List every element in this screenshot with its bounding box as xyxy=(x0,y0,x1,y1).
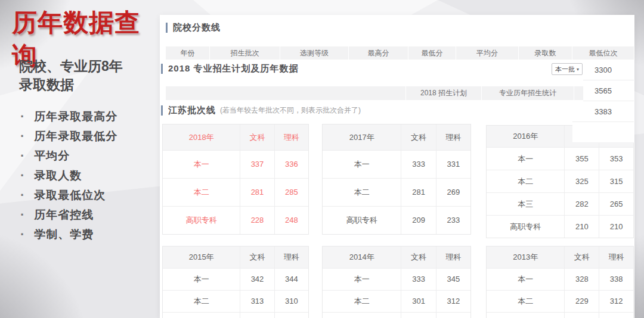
like-score: 269 xyxy=(436,179,470,206)
scoreline-column-header: 招生批次 xyxy=(210,46,280,60)
plan-section-header: 2018 专业招生计划及历年数据 xyxy=(161,63,299,74)
year-table-row: 本一355353 xyxy=(487,147,633,170)
batchline-title: 江苏批次线 xyxy=(168,105,216,116)
year-table-header: 2017年文科理科 xyxy=(323,124,470,150)
batchline-card: 江苏批次线 (若当年较去年批次不同，则表示批次合并了) 2018年文科理科本一3… xyxy=(160,101,634,318)
wenke-score xyxy=(401,313,435,318)
year-table-row xyxy=(487,312,633,318)
subject-column-header: 文科 xyxy=(240,124,274,150)
like-score: 248 xyxy=(274,207,308,234)
year-table-header: 2015年文科理科 xyxy=(163,247,308,268)
group-header-plan: 2018 招生计划 xyxy=(405,86,481,100)
scoreline-column-header: 录取数 xyxy=(519,46,572,60)
section-accent-bar xyxy=(161,105,163,116)
year-table-row xyxy=(163,312,308,318)
year-table-row: 本一333331 xyxy=(323,150,470,178)
scoreline-column-header: 最高分 xyxy=(349,46,408,60)
batch-select[interactable]: 本一批 ▾ xyxy=(552,63,583,75)
sidebar-bullet-label: 学制、学费 xyxy=(34,227,94,242)
subject-column-header: 理科 xyxy=(274,247,308,268)
year-table-row: 本二281269 xyxy=(323,178,470,206)
batchline-section-header: 江苏批次线 (若当年较去年批次不同，则表示批次合并了) xyxy=(161,105,361,116)
year-table-2018年: 2018年文科理科本一337336本二281285高职专科228248 xyxy=(162,124,309,235)
year-table-row: 本一342344 xyxy=(163,268,308,290)
scoreline-title: 院校分数线 xyxy=(173,22,221,33)
bullet-dot-icon: · xyxy=(20,130,24,142)
like-score: 312 xyxy=(599,291,633,312)
sidebar-bullet-label: 录取人数 xyxy=(34,168,82,183)
subject-column-header: 理科 xyxy=(599,247,633,268)
wenke-score xyxy=(564,313,599,318)
year-table-header: 2013年文科理科 xyxy=(487,247,633,268)
wenke-score: 313 xyxy=(240,291,274,312)
main-panel: 院校分数线 年份招生批次选测等级最高分最低分平均分录取数最低位次 3300356… xyxy=(160,15,634,318)
batch-label: 高职专科 xyxy=(487,216,564,238)
batch-label: 本一 xyxy=(163,151,240,178)
bullet-dot-icon: · xyxy=(20,150,24,162)
group-header-spacer xyxy=(574,86,583,100)
wenke-score: 281 xyxy=(401,179,435,206)
year-table-row: 本二229312 xyxy=(487,290,633,312)
bullet-dot-icon: · xyxy=(20,170,24,182)
batch-label: 本一 xyxy=(323,269,401,290)
sidebar-subtitle: 院校、专业历8年 录取数据 xyxy=(19,57,123,94)
sidebar-bullet-label: 平均分 xyxy=(34,148,70,164)
rank-cell: 3383 xyxy=(572,101,634,122)
like-score: 353 xyxy=(599,148,633,170)
section-accent-bar xyxy=(166,23,168,33)
subject-column-header: 理科 xyxy=(436,124,470,150)
bullet-dot-icon: · xyxy=(20,209,24,221)
year-table-2013年: 2013年文科理科本一328338本二229312 xyxy=(486,246,634,318)
year-label: 2017年 xyxy=(323,124,401,150)
bullet-dot-icon: · xyxy=(20,229,24,241)
like-score: 233 xyxy=(436,207,470,234)
year-table-row: 本二313310 xyxy=(163,290,308,312)
year-table-2014年: 2014年文科理科本一333345本二301312 xyxy=(322,246,471,318)
year-table-header: 2014年文科理科 xyxy=(323,247,470,268)
batch-label: 本二 xyxy=(323,291,401,312)
wenke-score: 229 xyxy=(564,291,599,312)
batch-label: 本三 xyxy=(487,193,564,215)
like-score: 345 xyxy=(436,269,470,290)
wenke-score: 282 xyxy=(564,193,599,215)
batchline-note: (若当年较去年批次不同，则表示批次合并了) xyxy=(220,105,361,116)
batch-label xyxy=(487,313,564,318)
plan-table-group-header: 2018 招生计划 专业历年招生统计 xyxy=(166,86,583,100)
year-table-row: 本二281285 xyxy=(163,178,308,206)
year-table-row: 本三282265 xyxy=(487,192,633,215)
batch-label xyxy=(323,313,401,318)
batch-label: 高职专科 xyxy=(163,207,240,234)
subject-column-header: 理科 xyxy=(436,247,470,268)
batch-label: 本二 xyxy=(323,179,401,206)
sidebar-bullet-item: ·录取人数 xyxy=(20,170,117,182)
scoreline-header-row: 年份招生批次选测等级最高分最低分平均分录取数最低位次 xyxy=(166,46,634,60)
like-score xyxy=(436,313,470,318)
sidebar-subtitle-line1: 院校、专业历8年 xyxy=(19,57,123,76)
batch-label: 本二 xyxy=(487,291,564,312)
sidebar-bullet-label: 历年录取最高分 xyxy=(34,109,117,124)
sidebar-bullet-item: ·平均分 xyxy=(20,150,117,162)
wenke-score: 342 xyxy=(240,269,274,290)
wenke-score: 355 xyxy=(564,148,599,170)
like-score: 310 xyxy=(274,291,308,312)
wenke-score: 281 xyxy=(240,179,274,206)
batch-label xyxy=(163,313,240,318)
bullet-dot-icon: · xyxy=(20,111,24,123)
like-score: 315 xyxy=(599,170,633,192)
wenke-score: 301 xyxy=(401,291,435,312)
wenke-score: 333 xyxy=(401,151,435,178)
batch-label: 本一 xyxy=(487,148,564,170)
subject-column-header: 文科 xyxy=(401,124,435,150)
scoreline-column-header: 平均分 xyxy=(456,46,519,60)
wenke-score xyxy=(240,313,274,318)
wenke-score: 333 xyxy=(401,269,435,290)
subject-column-header: 文科 xyxy=(564,247,599,268)
batch-label: 本二 xyxy=(163,179,240,206)
wenke-score: 325 xyxy=(564,170,599,192)
scoreline-column-header: 最低位次 xyxy=(572,46,634,60)
year-table-2017年: 2017年文科理科本一333331本二281269高职专科209233 xyxy=(322,124,471,235)
sidebar-bullet-item: ·历年省控线 xyxy=(20,209,117,221)
sidebar-subtitle-line2: 录取数据 xyxy=(19,76,123,94)
wenke-score: 210 xyxy=(564,216,599,238)
batch-label: 本一 xyxy=(163,269,240,290)
